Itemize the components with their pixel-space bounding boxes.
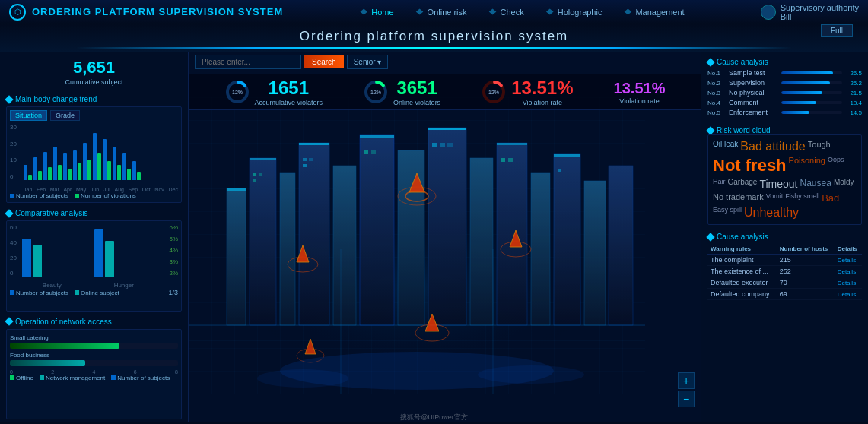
center-panel: Search Senior ▾ 12% 1651 Accumulative vi… [189,52,701,422]
nav-management[interactable]: Management [620,8,687,17]
details-cell: Details [835,277,862,289]
center-stats: 12% 1651 Accumulative violators 12% 3651… [189,74,701,110]
zoom-in-button[interactable]: + [678,372,695,389]
logo-area: ⬡ ORDERING PLATFORM SUPERVISION SYSTEM [9,4,283,21]
word-item: Moldy [834,178,854,190]
blue-bar-1 [33,157,37,180]
nav-holographic[interactable]: Holographic [542,8,606,17]
online-risk-icon [415,8,424,16]
blue-bar-2 [43,152,47,180]
page-indicator[interactable]: 1/3 [168,289,178,296]
comp-section-header: Comparative analysis [6,209,182,217]
nav-online-risk[interactable]: Online risk [412,8,470,17]
bar-chart-area [24,124,178,180]
cause-table: Warning rules Number of hosts Details Th… [707,244,862,300]
app-title: ORDERING PLATFORM SUPERVISION SYSTEM [32,6,283,17]
search-bar: Search Senior ▾ [195,55,388,69]
word-item: Tough [808,140,831,153]
svg-rect-34 [253,179,256,182]
details-link[interactable]: Details [838,291,856,298]
svg-rect-17 [398,150,424,325]
main-body-chart: Situation Grade 30 20 10 0 JanFebMarAprM… [6,106,182,203]
svg-rect-11 [227,188,246,325]
comp-r-labels: 6% 5% 4% 3% 2% [169,224,178,277]
ring-chart-1: 12% [224,79,250,105]
svg-rect-23 [584,181,606,325]
cause-bar-fill [781,91,822,94]
cause-label: No physical [729,89,778,97]
bar-group-9 [113,147,121,180]
word-item: Hair [713,178,726,190]
nav-check-label: Check [501,8,524,17]
cstat-accum-violators: 12% 3651 Online violators [363,78,440,106]
cause-item: No.1 Sample test 26.5 [707,69,862,77]
tab-situation[interactable]: Situation [10,110,47,121]
table-row: The complaint 215 Details [707,255,862,266]
svg-rect-44 [508,158,513,162]
search-button[interactable]: Search [304,55,344,68]
diamond-icon-6 [706,233,714,241]
comp-bar-beauty-teal [33,245,42,277]
word-item: Nausea [800,178,831,190]
cause-rank: No.5 [707,109,726,116]
chart-tabs: Situation Grade [10,110,178,121]
ring-chart-3: 12% [481,79,507,105]
green-bar-11 [137,172,141,180]
svg-rect-19 [470,158,493,325]
green-bar-1 [38,171,42,180]
cause-bottom-title: Cause analysis [717,233,768,241]
diamond-icon-3 [5,317,13,325]
svg-rect-15 [333,166,356,325]
comp-bars [22,224,154,277]
svg-rect-32 [253,173,256,176]
cstat-value-2: 3651 [393,78,440,99]
nav-holographic-label: Holographic [558,8,603,17]
cstat-label-4: Violation rate [614,97,666,105]
holographic-icon [545,8,555,16]
user-name: Bill [781,12,859,21]
comp-bar-beauty-blue [22,239,31,277]
blue-bar-5 [73,150,77,180]
svg-rect-35 [303,158,307,161]
details-link[interactable]: Details [838,257,856,264]
legend-blue-dot [10,194,14,198]
details-link[interactable]: Details [838,280,856,286]
ring-chart-2: 12% [363,79,389,105]
blue-bar-4 [63,153,67,180]
rule-cell: Defaulted company [707,289,777,300]
details-link[interactable]: Details [838,268,856,275]
word-item: Timeout [759,178,797,190]
full-button[interactable]: Full [821,24,853,37]
count-cell: 69 [777,289,835,300]
search-input[interactable] [195,55,301,69]
operation-legend: Offline Network management Number of sub… [10,375,178,381]
svg-text:12%: 12% [370,90,381,95]
svg-rect-41 [440,143,445,147]
count-cell: 215 [777,255,835,266]
cause-label: Comment [729,99,778,106]
op-legend-network [40,375,44,380]
check-icon [488,8,498,16]
zoom-out-button[interactable]: − [678,391,695,407]
word-item: Oil leak [713,140,738,153]
cause-bar-fill [781,81,830,84]
progress-section: Small catering Food business [10,334,178,366]
nav-home[interactable]: Home [356,8,396,17]
diamond-icon-2 [5,209,13,217]
legend-violations: Number of violations [81,192,136,199]
svg-rect-43 [501,158,505,162]
comp-group-hunger [94,229,154,277]
cause-bar-bg [781,81,842,84]
green-bar-0 [28,175,32,180]
svg-rect-18 [428,128,466,325]
main-body-section-header: Main body change trend [6,95,182,103]
bar-group-11 [132,161,141,180]
word-cloud: Oil leakBad attitudeToughNot freshPoison… [707,134,862,225]
chart-legend: Number of subjects Number of violations [10,192,178,199]
bar-group-4 [63,153,72,180]
senior-button[interactable]: Senior ▾ [347,55,388,69]
tab-grade[interactable]: Grade [50,110,80,121]
nav-check[interactable]: Check [485,8,527,17]
word-item: Oops [828,156,844,176]
svg-rect-12 [250,158,276,325]
